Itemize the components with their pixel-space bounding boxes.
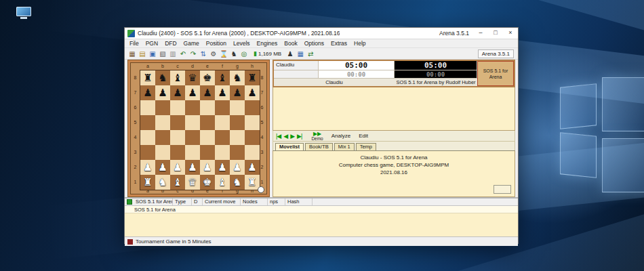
square-f2[interactable]: ♟ — [215, 160, 230, 175]
square-f6[interactable] — [215, 100, 230, 115]
menu-item-file[interactable]: File — [126, 39, 142, 48]
engine-col-hash[interactable]: Hash — [285, 199, 313, 205]
square-b4[interactable] — [155, 130, 170, 145]
square-e6[interactable] — [200, 100, 215, 115]
engine-col-nps[interactable]: nps — [268, 199, 285, 205]
square-h4[interactable] — [245, 130, 260, 145]
square-h8[interactable]: ♜ — [245, 70, 260, 85]
square-a6[interactable] — [140, 100, 155, 115]
titlebar[interactable]: Claudiu (2400) - SOS 5.1 for Arena (2000… — [125, 28, 518, 39]
playback-forward-button[interactable]: ▶ — [290, 133, 294, 140]
square-c7[interactable]: ♟ — [170, 85, 185, 100]
square-b2[interactable]: ♟ — [155, 160, 170, 175]
square-h3[interactable] — [245, 145, 260, 160]
engine-col-nodes[interactable]: Nodes — [241, 199, 268, 205]
menu-item-help[interactable]: Help — [350, 39, 369, 48]
undo-icon[interactable]: ↶ — [178, 49, 188, 58]
square-g5[interactable] — [230, 115, 245, 130]
knight-icon[interactable]: ♞ — [229, 49, 239, 58]
demo-button[interactable]: ▶▶ Demo — [311, 131, 323, 141]
square-g4[interactable] — [230, 130, 245, 145]
square-e3[interactable] — [200, 145, 215, 160]
flip-board-icon[interactable]: ⇅ — [199, 49, 208, 58]
square-b5[interactable] — [155, 115, 170, 130]
analyze-button[interactable]: Analyze — [331, 133, 350, 139]
square-f4[interactable] — [215, 130, 230, 145]
save-icon[interactable]: ▣ — [148, 49, 157, 58]
square-b7[interactable]: ♟ — [155, 85, 170, 100]
square-d7[interactable]: ♟ — [185, 85, 200, 100]
square-b1[interactable]: ♞ — [155, 175, 170, 190]
menu-item-book[interactable]: Book — [281, 39, 300, 48]
menu-item-game[interactable]: Game — [180, 39, 203, 48]
menu-item-options[interactable]: Options — [301, 39, 327, 48]
square-h2[interactable]: ♟ — [245, 160, 260, 175]
square-c6[interactable] — [170, 100, 185, 115]
square-c2[interactable]: ♟ — [170, 160, 185, 175]
square-c8[interactable]: ♝ — [170, 70, 185, 85]
notation-area[interactable] — [273, 87, 515, 131]
square-b8[interactable]: ♞ — [155, 70, 170, 85]
close-button[interactable]: × — [503, 28, 518, 39]
clock-icon[interactable]: ⌛ — [219, 49, 228, 58]
square-e5[interactable] — [200, 115, 215, 130]
square-c1[interactable]: ♝ — [170, 175, 185, 190]
square-g3[interactable] — [230, 145, 245, 160]
tab-temp[interactable]: Temp — [356, 143, 376, 150]
square-g1[interactable]: ♞ — [230, 175, 245, 190]
tab-mix-1[interactable]: Mix 1 — [334, 143, 355, 150]
square-g2[interactable]: ♟ — [230, 160, 245, 175]
menu-item-pgn[interactable]: PGN — [142, 39, 161, 48]
square-f3[interactable] — [215, 145, 230, 160]
square-a8[interactable]: ♜ — [140, 70, 155, 85]
menu-item-extras[interactable]: Extras — [327, 39, 350, 48]
square-d5[interactable] — [185, 115, 200, 130]
square-e7[interactable]: ♟ — [200, 85, 215, 100]
square-e8[interactable]: ♚ — [200, 70, 215, 85]
engine-col-type[interactable]: Type — [173, 199, 192, 205]
square-a7[interactable]: ♟ — [140, 85, 155, 100]
maximize-button[interactable]: □ — [488, 28, 503, 39]
new-board-icon[interactable]: ▦ — [127, 49, 137, 58]
playback-end-button[interactable]: ▶| — [297, 133, 302, 140]
square-a4[interactable] — [140, 130, 155, 145]
square-g8[interactable]: ♞ — [230, 70, 245, 85]
menu-item-dfd[interactable]: DFD — [161, 39, 180, 48]
engine-col-current-move[interactable]: Current move — [203, 199, 241, 205]
square-g6[interactable] — [230, 100, 245, 115]
square-e4[interactable] — [200, 130, 215, 145]
square-h6[interactable] — [245, 100, 260, 115]
square-f5[interactable] — [215, 115, 230, 130]
engines-icon[interactable]: ⚙ — [209, 49, 218, 58]
print-icon[interactable]: ▧ — [158, 49, 167, 58]
board-icon[interactable]: ▦ — [296, 49, 305, 58]
square-f1[interactable]: ♝ — [215, 175, 230, 190]
engine-col-sos-5-1-for-arena[interactable]: SOS 5.1 for Arena — [134, 199, 173, 205]
playback-back-button[interactable]: ◀ — [283, 133, 287, 140]
redo-icon[interactable]: ↷ — [188, 49, 198, 58]
square-c4[interactable] — [170, 130, 185, 145]
minimize-button[interactable]: – — [473, 28, 488, 39]
square-f8[interactable]: ♝ — [215, 70, 230, 85]
computer-desktop-icon[interactable] — [16, 7, 31, 20]
square-a3[interactable] — [140, 145, 155, 160]
square-e1[interactable]: ♚ — [200, 175, 215, 190]
swap-sides-icon[interactable]: ⇄ — [306, 49, 315, 58]
open-icon[interactable]: ▤ — [138, 49, 147, 58]
tab-book-tb[interactable]: Book/TB — [305, 143, 333, 150]
square-d2[interactable]: ♟ — [185, 160, 200, 175]
square-d8[interactable]: ♛ — [185, 70, 200, 85]
menu-item-engines[interactable]: Engines — [254, 39, 281, 48]
square-a1[interactable]: ♜ — [140, 175, 155, 190]
menu-item-levels[interactable]: Levels — [230, 39, 254, 48]
analyze-icon[interactable]: ◎ — [239, 49, 249, 58]
square-f7[interactable]: ♟ — [215, 85, 230, 100]
square-a5[interactable] — [140, 115, 155, 130]
square-g7[interactable]: ♟ — [230, 85, 245, 100]
playback-start-button[interactable]: |◀ — [276, 133, 281, 140]
square-d3[interactable] — [185, 145, 200, 160]
engine-table-row[interactable]: SOS 5.1 for Arena — [125, 206, 518, 213]
square-b3[interactable] — [155, 145, 170, 160]
square-a2[interactable]: ♟ — [140, 160, 155, 175]
square-h5[interactable] — [245, 115, 260, 130]
